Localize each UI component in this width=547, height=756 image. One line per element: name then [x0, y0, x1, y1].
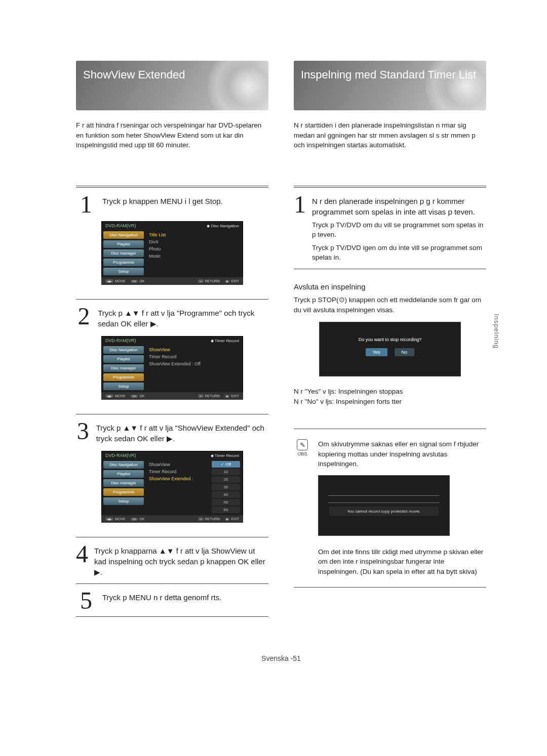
section-header-right: Inspelning med Standard Timer List — [294, 61, 486, 110]
obs-block: ✎ OBS Om skivutrymme saknas eller en sig… — [294, 439, 486, 576]
intro-right: N r starttiden i den planerade inspelnin… — [294, 120, 486, 150]
step-4: 4 Tryck p knapparna ▲▼ f r att v lja Sho… — [76, 544, 268, 577]
step-2: 2 Tryck p ▲▼ f r att v lja "Programme" o… — [76, 307, 268, 329]
dialog-message: Do you want to stop recording? — [329, 337, 451, 342]
intro-left: F r att hindra f rseningar och verspelni… — [76, 120, 268, 150]
osd-screenshot-1: DVD-RAM(VR)◆ Disc Navigation Disc Naviga… — [101, 221, 243, 285]
disc-graphic-icon — [425, 61, 486, 110]
step-num: 1 — [76, 195, 96, 214]
note-icon: ✎ — [297, 439, 308, 450]
osd-screenshot-3: DVD-RAM(VR)◆ Timer Record Disc Navigatio… — [101, 451, 243, 523]
yes-line: N r "Yes" v ljs: Inspelningen stoppas — [294, 387, 486, 397]
end-recording-heading: Avsluta en inspelning — [294, 282, 486, 291]
left-column: ShowView Extended F r att hindra f rseni… — [76, 61, 268, 624]
step-5: 5 Tryck p MENU n r detta genomf rts. — [76, 591, 268, 610]
stop-recording-dialog: Do you want to stop recording? Yes No — [319, 322, 461, 376]
copy-protect-screenshot: You cannot record copy protected movie. — [318, 475, 450, 536]
no-line: N r "No" v ljs: Inspelningen forts tter — [294, 397, 486, 407]
osd-screenshot-2: DVD-RAM(VR)◆ Timer Record Disc Navigatio… — [101, 336, 243, 400]
step-3: 3 Tryck p ▲▼ f r att v lja "ShowView Ext… — [76, 422, 268, 444]
dialog-yes-button: Yes — [366, 348, 387, 356]
section-tab: Inspelning — [493, 314, 500, 349]
section-title-left: ShowView Extended — [83, 68, 185, 82]
obs-p2: Om det inte finns tillr ckligt med utrym… — [318, 547, 486, 577]
obs-icon: ✎ OBS — [294, 439, 311, 456]
right-column: Inspelning med Standard Timer List N r s… — [294, 61, 486, 624]
section-header-left: ShowView Extended — [76, 61, 268, 110]
dialog-no-button: No — [395, 348, 415, 356]
page-footer: Svenska -51 — [76, 654, 486, 662]
obs-p1: Om skivutrymme saknas eller en signal so… — [318, 439, 486, 469]
step-text: Tryck p knappen MENU i l get Stop. — [102, 195, 223, 206]
copy-protect-msg: You cannot record copy protected movie. — [329, 507, 439, 516]
right-step-1: 1 N r den planerade inspelningen p g r k… — [294, 195, 486, 263]
end-recording-body: Tryck p STOP(⊙) knappen och ett meddelan… — [294, 295, 486, 315]
disc-graphic-icon — [208, 61, 268, 110]
step-1: 1 Tryck p knappen MENU i l get Stop. — [76, 195, 268, 214]
